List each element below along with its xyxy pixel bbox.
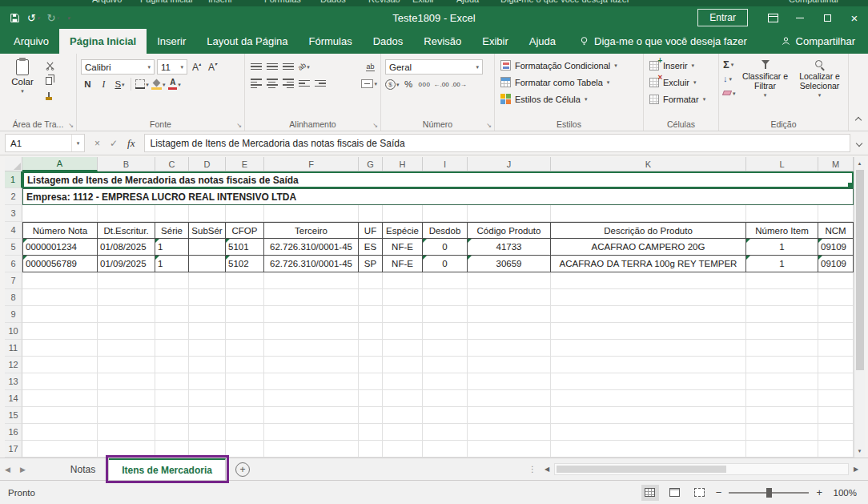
row-header-3[interactable]: 3 bbox=[5, 205, 22, 222]
cell-L4[interactable]: Número Item bbox=[746, 222, 818, 239]
ribbon-tab-revisao[interactable]: Revisão bbox=[413, 29, 472, 54]
cell-K7[interactable] bbox=[551, 272, 746, 289]
dialog-launcher-icon[interactable]: ↘ bbox=[372, 122, 378, 129]
align-bottom-button[interactable] bbox=[281, 59, 295, 74]
cell-J3[interactable] bbox=[468, 205, 551, 222]
cell-I6[interactable]: 0 bbox=[423, 256, 468, 272]
autosum-button[interactable]: Σ▾ bbox=[723, 58, 736, 70]
cell-F11[interactable] bbox=[264, 340, 359, 357]
cell-K6[interactable]: ACAFRAO DA TERRA 100g REY TEMPER bbox=[551, 256, 746, 272]
vertical-scrollbar[interactable]: ▴ ▾ bbox=[854, 157, 865, 458]
cell-E13[interactable] bbox=[226, 373, 264, 390]
cell-D11[interactable] bbox=[189, 340, 226, 357]
scroll-up-button[interactable]: ▴ bbox=[854, 158, 865, 169]
col-header-L[interactable]: L bbox=[746, 157, 818, 171]
cell-J16[interactable] bbox=[468, 424, 551, 441]
cell-G11[interactable] bbox=[359, 340, 383, 357]
cell-L5[interactable]: 1 bbox=[746, 239, 818, 256]
cell-I9[interactable] bbox=[423, 306, 468, 323]
cell-D5[interactable] bbox=[189, 239, 226, 256]
cell-C10[interactable] bbox=[155, 323, 189, 340]
cell-B11[interactable] bbox=[98, 340, 155, 357]
redo-button[interactable]: ↻▾ bbox=[46, 13, 58, 23]
cell-E9[interactable] bbox=[226, 306, 264, 323]
cell-K11[interactable] bbox=[551, 340, 746, 357]
cell-G8[interactable] bbox=[359, 289, 383, 306]
formula-bar-expand-button[interactable] bbox=[850, 131, 868, 155]
cell-K8[interactable] bbox=[551, 289, 746, 306]
tell-me-box[interactable]: Diga-me o que você deseja fazer bbox=[579, 29, 747, 54]
zoom-level[interactable]: 100% bbox=[830, 488, 857, 498]
cell-F13[interactable] bbox=[264, 373, 359, 390]
cell-L8[interactable] bbox=[746, 289, 818, 306]
copy-button[interactable] bbox=[46, 75, 54, 87]
cell-F4[interactable]: Terceiro bbox=[264, 222, 359, 239]
col-header-G[interactable]: G bbox=[359, 157, 383, 171]
cell-D15[interactable] bbox=[189, 407, 226, 424]
cell-C8[interactable] bbox=[155, 289, 189, 306]
cell-J9[interactable] bbox=[468, 306, 551, 323]
vertical-scrollbar-thumb[interactable] bbox=[856, 170, 864, 370]
align-left-button[interactable] bbox=[249, 76, 263, 91]
cell-M6[interactable]: 09109 bbox=[818, 256, 854, 272]
font-color-button[interactable]: A▾ bbox=[168, 77, 182, 91]
cell-J12[interactable] bbox=[468, 357, 551, 373]
cell-G5[interactable]: ES bbox=[359, 239, 383, 256]
cell-E11[interactable] bbox=[226, 340, 264, 357]
cell-M5[interactable]: 09109 bbox=[818, 239, 854, 256]
cell-D7[interactable] bbox=[189, 272, 226, 289]
cell-I4[interactable]: Desdob bbox=[423, 222, 468, 239]
sheet-nav-right[interactable]: ▶ bbox=[15, 458, 30, 480]
cell-B13[interactable] bbox=[98, 373, 155, 390]
cell-C16[interactable] bbox=[155, 424, 189, 441]
cell-C7[interactable] bbox=[155, 272, 189, 289]
sheet-nav-left[interactable]: ◀ bbox=[0, 458, 15, 480]
dialog-launcher-icon[interactable]: ↘ bbox=[68, 122, 74, 129]
name-box[interactable]: A1 ▾ bbox=[5, 134, 85, 152]
row-header-11[interactable]: 11 bbox=[5, 340, 22, 357]
cell-G17[interactable] bbox=[359, 441, 383, 458]
format-cells-button[interactable]: Formatar ▾ bbox=[648, 91, 715, 107]
cell-F17[interactable] bbox=[264, 441, 359, 458]
cell-M13[interactable] bbox=[818, 373, 854, 390]
cancel-button[interactable]: × bbox=[94, 138, 100, 149]
cell-D9[interactable] bbox=[189, 306, 226, 323]
horizontal-scrollbar-thumb[interactable] bbox=[557, 466, 726, 473]
percent-style-button[interactable]: % bbox=[402, 77, 416, 91]
cell-F15[interactable] bbox=[264, 407, 359, 424]
cell-H10[interactable] bbox=[383, 323, 423, 340]
cell-E16[interactable] bbox=[226, 424, 264, 441]
cell-L11[interactable] bbox=[746, 340, 818, 357]
cell-D12[interactable] bbox=[189, 357, 226, 373]
cell-H3[interactable] bbox=[383, 205, 423, 222]
cell-H5[interactable]: NF-E bbox=[383, 239, 423, 256]
customize-qat-button[interactable]: ▾ bbox=[66, 15, 70, 21]
cell-F12[interactable] bbox=[264, 357, 359, 373]
tab-splitter-handle[interactable]: ⋮ bbox=[528, 465, 536, 474]
cell-K12[interactable] bbox=[551, 357, 746, 373]
cell-G14[interactable] bbox=[359, 390, 383, 407]
cell-G15[interactable] bbox=[359, 407, 383, 424]
cell-E6[interactable]: 5102 bbox=[226, 256, 264, 272]
cell-B4[interactable]: Dt.Escritur. bbox=[98, 222, 155, 239]
cell-M16[interactable] bbox=[818, 424, 854, 441]
row-header-6[interactable]: 6 bbox=[5, 256, 22, 272]
cell-E4[interactable]: CFOP bbox=[226, 222, 264, 239]
cell-A5[interactable]: 0000001234 bbox=[22, 239, 98, 256]
cell-I8[interactable] bbox=[423, 289, 468, 306]
cell-C17[interactable] bbox=[155, 441, 189, 458]
col-header-F[interactable]: F bbox=[264, 157, 359, 171]
increase-indent-button[interactable] bbox=[313, 76, 327, 91]
cell-G12[interactable] bbox=[359, 357, 383, 373]
cell-D3[interactable] bbox=[189, 205, 226, 222]
cell-G9[interactable] bbox=[359, 306, 383, 323]
cell-C13[interactable] bbox=[155, 373, 189, 390]
cell-D16[interactable] bbox=[189, 424, 226, 441]
cell-K4[interactable]: Descrição do Produto bbox=[551, 222, 746, 239]
format-as-table-button[interactable]: Formatar como Tabela ▾ bbox=[499, 74, 640, 91]
cell-L14[interactable] bbox=[746, 390, 818, 407]
cell-K3[interactable] bbox=[551, 205, 746, 222]
cell-I7[interactable] bbox=[423, 272, 468, 289]
underline-button[interactable]: S▾ bbox=[113, 77, 127, 91]
col-header-H[interactable]: H bbox=[383, 157, 423, 171]
